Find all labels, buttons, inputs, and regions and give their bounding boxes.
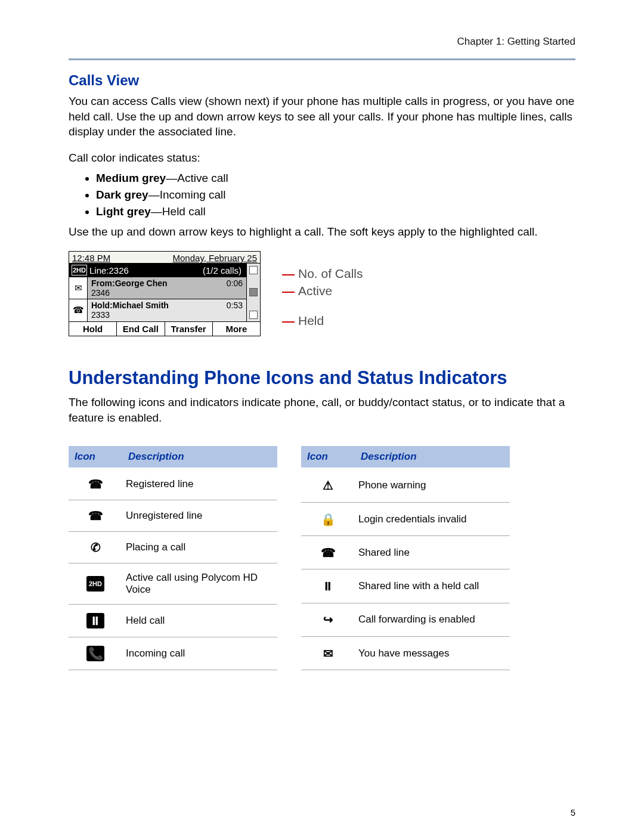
callout-no-of-calls: No. of Calls [298, 267, 363, 280]
bullet-medium-grey: Medium grey—Active call [96, 172, 575, 185]
icon-cell: ↪ [301, 603, 355, 636]
icon-cell: ☎ [69, 500, 122, 532]
icon-description: Login credentials invalid [355, 502, 510, 535]
table-row: 📞Incoming call [69, 637, 277, 670]
icon-description: Incoming call [122, 637, 277, 670]
page-number: 5 [571, 807, 575, 817]
icon-table-left: Icon Description ☎Registered line☎Unregi… [69, 446, 277, 670]
icon-description: Placing a call [122, 532, 277, 563]
col-icon-right: Icon [301, 446, 355, 468]
table-row: ⏸Shared line with a held call [301, 569, 510, 603]
icon-description: Registered line [122, 468, 277, 500]
placing-call-icon: ✆ [87, 540, 104, 555]
phone-scrollbar [246, 264, 260, 321]
icon-description: Shared line [355, 536, 510, 569]
icon-cell: ☎ [69, 468, 122, 500]
softkey-end-call: End Call [117, 322, 165, 336]
phone-call-count: (1/2 calls) [203, 265, 244, 275]
icon-cell: ✆ [69, 532, 122, 563]
hd-voice-icon: 2HD [86, 576, 104, 592]
icon-table-right: Icon Description ⚠Phone warning🔒Login cr… [301, 446, 510, 670]
softkey-transfer: Transfer [165, 322, 213, 336]
calls-view-intro: You can access Calls view (shown next) i… [69, 94, 575, 140]
icon-description: Call forwarding is enabled [355, 603, 510, 636]
softkey-more: More [213, 322, 260, 336]
phone-icon: ☎ [69, 299, 88, 321]
col-icon-left: Icon [69, 446, 122, 468]
callout-active: Active [298, 284, 332, 298]
header-rule [69, 58, 575, 60]
icon-cell: ☎ [301, 536, 355, 569]
unregistered-line-icon: ☎ [87, 509, 104, 523]
calls-view-screenshot: 12:48 PM Monday, February 25 2HD Line:23… [69, 251, 575, 346]
call-row-active: ✉ From:George Chen 0:06 2346 [69, 277, 246, 299]
status-line: Call color indicates status: [69, 150, 575, 166]
icon-description: Held call [122, 605, 277, 637]
messages-icon: ✉ [320, 646, 336, 661]
scroll-thumb-top [249, 266, 258, 274]
col-desc-right: Description [355, 446, 510, 468]
shared-held-icon: ⏸ [320, 579, 336, 593]
phone-line-label: Line:2326 [89, 265, 203, 275]
icon-cell: 2HD [69, 563, 122, 605]
held-call-icon: ⏸ [86, 613, 104, 628]
callout-held: Held [298, 314, 324, 327]
table-row: 2HDActive call using Polycom HD Voice [69, 563, 277, 605]
shared-line-icon: ☎ [320, 546, 336, 560]
login-invalid-icon: 🔒 [320, 512, 336, 527]
table-row: ☎Unregistered line [69, 500, 277, 532]
incoming-call-icon: 📞 [86, 646, 104, 661]
icon-cell: 📞 [69, 637, 122, 670]
table-row: ☎Shared line [301, 536, 510, 569]
scroll-thumb-bot [249, 311, 258, 319]
call-row-held: ☎ Hold:Michael Smith 0:53 2333 [69, 299, 246, 321]
table-row: ✉You have messages [301, 637, 510, 670]
icon-cell: ✉ [301, 637, 355, 670]
status-bullets: Medium grey—Active call Dark grey—Incomi… [69, 172, 575, 218]
icon-description: Shared line with a held call [355, 569, 510, 603]
indicators-intro: The following icons and indicators indic… [69, 395, 575, 425]
phone-date: Monday, February 25 [173, 253, 257, 263]
icon-description: You have messages [355, 637, 510, 670]
call-forwarding-icon: ↪ [320, 612, 336, 627]
phone-time: 12:48 PM [72, 253, 110, 263]
bullet-dark-grey: Dark grey—Incoming call [96, 188, 575, 202]
hd-badge-icon: 2HD [72, 265, 87, 275]
registered-line-icon: ☎ [87, 477, 104, 491]
scroll-thumb-mid [249, 288, 258, 296]
softkey-hold: Hold [69, 322, 117, 336]
table-row: ⚠Phone warning [301, 468, 510, 502]
table-row: ✆Placing a call [69, 532, 277, 563]
icon-cell: ⚠ [301, 468, 355, 502]
chapter-header: Chapter 1: Getting Started [69, 36, 575, 48]
phone-linebar: 2HD Line:2326 (1/2 calls) [69, 264, 246, 277]
table-row: 🔒Login credentials invalid [301, 502, 510, 535]
phone-warning-icon: ⚠ [320, 478, 336, 493]
envelope-icon: ✉ [69, 277, 88, 299]
bullet-light-grey: Light grey—Held call [96, 205, 575, 218]
table-row: ☎Registered line [69, 468, 277, 500]
icon-cell: ⏸ [69, 605, 122, 637]
icon-description: Phone warning [355, 468, 510, 502]
table-row: ⏸Held call [69, 605, 277, 637]
icon-description: Unregistered line [122, 500, 277, 532]
col-desc-left: Description [122, 446, 277, 468]
calls-view-outro: Use the up and down arrow keys to highli… [69, 224, 575, 240]
icon-description: Active call using Polycom HD Voice [122, 563, 277, 605]
calls-view-heading: Calls View [69, 72, 575, 89]
icon-cell: ⏸ [301, 569, 355, 603]
icon-cell: 🔒 [301, 502, 355, 535]
table-row: ↪Call forwarding is enabled [301, 603, 510, 636]
indicators-heading: Understanding Phone Icons and Status Ind… [69, 367, 575, 389]
